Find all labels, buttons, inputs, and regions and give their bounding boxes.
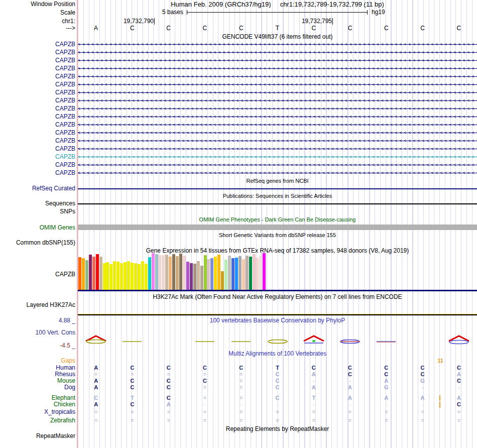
gtex-expression-bar[interactable]	[238, 256, 242, 290]
gencode-gene-label[interactable]: CAPZB	[55, 114, 75, 120]
gencode-gene-item[interactable]: <<<<<<<<<<<<<<<<<<<<<<<<<<<<<<<<<<<<<<<<…	[78, 138, 477, 144]
gencode-gene-label[interactable]: CAPZB	[55, 170, 75, 176]
gtex-expression-bar[interactable]	[214, 257, 217, 290]
gtex-gene-label[interactable]: CAPZB	[55, 271, 75, 278]
gencode-gene-label[interactable]: CAPZB	[55, 73, 75, 80]
gtex-expression-bar[interactable]	[235, 258, 238, 290]
gtex-expression-bar[interactable]	[138, 264, 141, 290]
gencode-gene-item[interactable]: <<<<<<<<<<<<<<<<<<<<<<<<<<<<<<<<<<<<<<<<…	[78, 122, 477, 128]
species-label-x-tropicalis[interactable]: X_tropicalis	[44, 409, 75, 415]
species-label-gaps[interactable]: Gaps	[61, 358, 75, 364]
gtex-expression-bar[interactable]	[169, 257, 172, 290]
snps-label[interactable]: SNPs	[60, 208, 75, 215]
gencode-gene-item[interactable]: <<<<<<<<<<<<<<<<<<<<<<<<<<<<<<<<<<<<<<<<…	[78, 146, 477, 152]
h3k27ac-label[interactable]: Layered H3K27Ac	[27, 302, 75, 308]
gencode-gene-label[interactable]: CAPZB	[55, 41, 75, 48]
species-label-chicken[interactable]: Chicken	[54, 401, 75, 408]
gencode-gene-item[interactable]: <<<<<<<<<<<<<<<<<<<<<<<<<<<<<<<<<<<<<<<<…	[78, 89, 477, 96]
gtex-expression-bar[interactable]	[127, 261, 130, 290]
gencode-gene-label[interactable]: CAPZB	[55, 57, 75, 64]
gtex-expression-bar[interactable]	[158, 255, 161, 290]
gencode-gene-label[interactable]: CAPZB	[55, 105, 75, 112]
gtex-expression-bar[interactable]	[85, 260, 88, 290]
gtex-expression-bar[interactable]	[131, 263, 134, 290]
repeatmasker-label[interactable]: RepeatMasker	[36, 433, 75, 439]
gencode-gene-label[interactable]: CAPZB	[55, 81, 75, 88]
gtex-expression-bar[interactable]	[148, 257, 151, 290]
gtex-expression-bar[interactable]	[165, 255, 168, 290]
gtex-expression-bar[interactable]	[92, 257, 95, 290]
phylop-glyph[interactable]	[229, 332, 253, 346]
gtex-expression-bar[interactable]	[124, 262, 127, 290]
gtex-expression-bar[interactable]	[113, 261, 116, 290]
gencode-gene-item[interactable]: <<<<<<<<<<<<<<<<<<<<<<<<<<<<<<<<<<<<<<<<…	[78, 162, 477, 168]
gencode-gene-item[interactable]: <<<<<<<<<<<<<<<<<<<<<<<<<<<<<<<<<<<<<<<<…	[78, 81, 477, 88]
gtex-expression-bar[interactable]	[103, 263, 106, 290]
gtex-expression-bar[interactable]	[256, 258, 259, 290]
gencode-gene-item[interactable]: <<<<<<<<<<<<<<<<<<<<<<<<<<<<<<<<<<<<<<<<…	[78, 97, 477, 104]
gtex-expression-bar[interactable]	[242, 259, 245, 290]
gtex-expression-bar[interactable]	[186, 262, 189, 290]
gtex-expression-bar[interactable]	[259, 256, 262, 290]
phylop-glyph[interactable]	[120, 332, 144, 346]
gtex-expression-bar[interactable]	[246, 256, 249, 290]
phylop-cons-label[interactable]: 100 Vert. Cons	[36, 329, 75, 336]
gtex-expression-bar[interactable]	[145, 264, 148, 290]
gencode-gene-label[interactable]: CAPZB	[55, 122, 75, 128]
gtex-expression-bar[interactable]	[116, 262, 120, 290]
gtex-expression-bar[interactable]	[78, 257, 81, 290]
gtex-expression-bar[interactable]	[179, 254, 182, 290]
gtex-expression-bar[interactable]	[162, 255, 165, 290]
gtex-expression-bar[interactable]	[249, 257, 252, 290]
gtex-expression-bar[interactable]	[193, 264, 196, 290]
gtex-expression-bar[interactable]	[210, 258, 213, 290]
gencode-gene-item[interactable]: <<<<<<<<<<<<<<<<<<<<<<<<<<<<<<<<<<<<<<<<…	[78, 49, 477, 56]
gtex-expression-bar[interactable]	[224, 260, 227, 290]
gtex-expression-bar[interactable]	[109, 264, 112, 290]
gencode-gene-label[interactable]: CAPZB	[55, 89, 75, 96]
phylop-glyph[interactable]	[266, 332, 290, 346]
gtex-expression-bar[interactable]	[172, 254, 175, 290]
phylop-glyph[interactable]	[374, 332, 398, 346]
gtex-expression-bar[interactable]	[106, 262, 109, 290]
gtex-expression-bar[interactable]	[217, 255, 220, 290]
gencode-gene-label[interactable]: CAPZB	[55, 49, 75, 56]
phylop-glyph[interactable]	[84, 332, 108, 346]
phylop-glyph[interactable]	[338, 332, 362, 346]
phylop-glyph[interactable]	[447, 332, 471, 346]
gencode-gene-item[interactable]: <<<<<<<<<<<<<<<<<<<<<<<<<<<<<<<<<<<<<<<<…	[78, 114, 477, 120]
refseq-curated-item[interactable]	[78, 188, 477, 189]
gtex-expression-bar[interactable]	[99, 257, 102, 290]
gencode-gene-item[interactable]: <<<<<<<<<<<<<<<<<<<<<<<<<<<<<<<<<<<<<<<<…	[78, 130, 477, 136]
gtex-expression-bar[interactable]	[200, 266, 203, 290]
gencode-gene-label[interactable]: CAPZB	[55, 162, 75, 168]
gencode-gene-label[interactable]: CAPZB	[55, 138, 75, 144]
gencode-gene-item[interactable]: <<<<<<<<<<<<<<<<<<<<<<<<<<<<<<<<<<<<<<<<…	[78, 170, 477, 176]
gtex-expression-bar[interactable]	[221, 271, 224, 290]
gencode-gene-label[interactable]: CAPZB	[55, 146, 75, 152]
gtex-expression-bar[interactable]	[263, 253, 266, 290]
refseq-curated-label[interactable]: RefSeq Curated	[32, 185, 75, 192]
omim-genes-label[interactable]: OMIM Genes	[40, 225, 75, 231]
gtex-expression-bar[interactable]	[96, 254, 99, 290]
sequences-label[interactable]: Sequences	[45, 200, 75, 207]
gencode-gene-label[interactable]: CAPZB	[55, 65, 75, 72]
gtex-expression-bar[interactable]	[152, 253, 155, 290]
gencode-gene-label[interactable]: CAPZB	[55, 154, 75, 160]
gtex-expression-bar[interactable]	[228, 256, 231, 290]
common-dbsnp-label[interactable]: Common dbSNP(155)	[16, 240, 75, 246]
phylop-glyph[interactable]	[193, 332, 217, 346]
gtex-expression-bar[interactable]	[120, 263, 123, 290]
species-label-zebrafish[interactable]: Zebrafish	[50, 417, 75, 424]
gtex-expression-bar[interactable]	[89, 255, 92, 290]
sequences-item[interactable]	[78, 203, 477, 204]
phylop-glyph[interactable]	[302, 332, 326, 346]
gtex-expression-bar[interactable]	[82, 258, 85, 290]
gencode-gene-label[interactable]: CAPZB	[55, 97, 75, 104]
gtex-expression-bar[interactable]	[155, 254, 158, 290]
gtex-expression-bar[interactable]	[176, 256, 179, 290]
gencode-gene-item[interactable]: <<<<<<<<<<<<<<<<<<<<<<<<<<<<<<<<<<<<<<<<…	[78, 41, 477, 48]
gencode-gene-item[interactable]: <<<<<<<<<<<<<<<<<<<<<<<<<<<<<<<<<<<<<<<<…	[78, 57, 477, 64]
gencode-gene-item[interactable]: <<<<<<<<<<<<<<<<<<<<<<<<<<<<<<<<<<<<<<<<…	[78, 105, 477, 112]
gtex-expression-bar[interactable]	[231, 258, 234, 290]
